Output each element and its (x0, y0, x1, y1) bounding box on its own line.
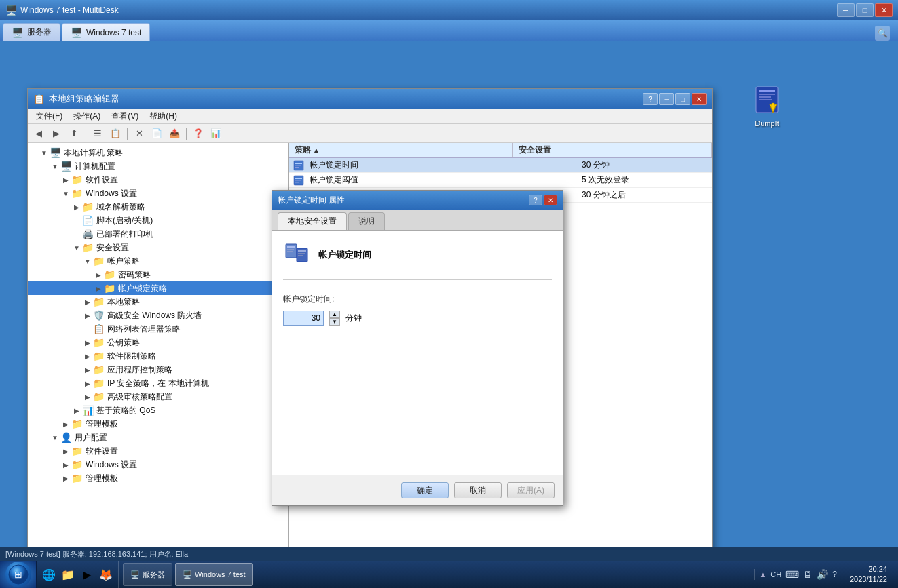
clock-time: 20:24 (850, 564, 887, 574)
apply-button[interactable]: 应用(A) (507, 482, 555, 498)
minimize-button[interactable]: ─ (837, 3, 855, 17)
tab-server-icon: 🖥️ (12, 27, 23, 38)
taskbar-clock[interactable]: 20:24 2023/11/22 (844, 564, 893, 585)
search-icon[interactable]: 🔍 (875, 26, 890, 41)
ql-folder-icon[interactable]: 📁 (60, 566, 76, 583)
tray-icon-arrow[interactable]: ▲ (759, 570, 766, 579)
spinner-down[interactable]: ▼ (329, 318, 340, 326)
status-text: [Windows 7 test] 服务器: 192.168.163.141; 用… (5, 549, 188, 560)
tab-server[interactable]: 🖥️ 服务器 (3, 23, 60, 41)
tab-bar: 🖥️ 服务器 🖥️ Windows 7 test 🔍 (0, 20, 898, 41)
svg-rect-24 (298, 250, 306, 252)
clock-date: 2023/11/22 (850, 574, 887, 585)
spinner: ▲ ▼ (329, 311, 340, 326)
app-title: Windows 7 test - MultiDesk (20, 5, 837, 15)
taskbar-btn-win7test-label: Windows 7 test (195, 570, 246, 579)
svg-rect-21 (287, 249, 294, 250)
dialog-tab-description[interactable]: 说明 (348, 212, 385, 230)
svg-rect-26 (298, 255, 303, 256)
tray-icon-keyboard[interactable]: ⌨ (785, 569, 799, 580)
dialog-policy-header: 帐户锁定时间 (283, 241, 552, 269)
system-tray: ▲ CH ⌨ 🖥 🔊 ? 20:24 2023/11/22 (749, 561, 898, 588)
ql-firefox-icon[interactable]: 🦊 (98, 566, 114, 583)
ql-ie-icon[interactable]: 🌐 (41, 566, 57, 583)
tab-win7test[interactable]: 🖥️ Windows 7 test (62, 23, 150, 41)
main-content: DumpIt 📋 本地组策略编辑器 ? ─ □ ✕ 文件(F) 操作(A) 查看… (0, 41, 898, 561)
tab-win7test-icon: 🖥️ (71, 27, 82, 38)
taskbar: ⊞ 🌐 📁 ▶ 🦊 🖥️ 服务器 🖥️ Windows 7 test (0, 561, 898, 588)
tray-icon-volume[interactable]: 🔊 (817, 569, 828, 580)
cancel-button[interactable]: 取消 (454, 482, 502, 498)
status-bar: [Windows 7 test] 服务器: 192.168.163.141; 用… (0, 547, 898, 561)
dialog-body: 帐户锁定时间 帐户锁定时间: ▲ ▼ 分钟 (272, 231, 563, 475)
dialog-input-label: 帐户锁定时间: (283, 294, 552, 305)
ok-button[interactable]: 确定 (401, 482, 449, 498)
svg-rect-22 (287, 251, 293, 252)
taskbar-btn-win7test[interactable]: 🖥️ Windows 7 test (175, 563, 253, 586)
ql-media-icon[interactable]: ▶ (79, 566, 95, 583)
tab-description-label: 说明 (358, 216, 375, 226)
quick-launch: 🌐 📁 ▶ 🦊 (37, 561, 119, 588)
dialog-input-row: ▲ ▼ 分钟 (283, 311, 552, 326)
dialog-input-area: 帐户锁定时间: ▲ ▼ 分钟 (283, 294, 552, 326)
taskbar-btn-win7test-icon: 🖥️ (183, 570, 192, 579)
desktop: 🖥️ Windows 7 test - MultiDesk ─ □ ✕ 🖥️ 服… (0, 0, 898, 588)
dialog-overlay: 帐户锁定时间 属性 ? ✕ 本地安全设置 说明 (0, 41, 898, 561)
taskbar-btn-server[interactable]: 🖥️ 服务器 (123, 563, 172, 586)
dialog-title: 帐户锁定时间 属性 (278, 195, 527, 206)
dialog-help-button[interactable]: ? (529, 195, 542, 205)
dialog-footer: 确定 取消 应用(A) (272, 475, 563, 505)
tray-icon-network[interactable]: 🖥 (803, 569, 812, 580)
tray-icon-help[interactable]: ? (832, 570, 837, 579)
app-titlebar: 🖥️ Windows 7 test - MultiDesk ─ □ ✕ (0, 0, 898, 20)
lockout-duration-input[interactable] (283, 311, 324, 326)
close-button[interactable]: ✕ (875, 3, 893, 17)
tray-icons: ▲ CH ⌨ 🖥 🔊 ? (754, 569, 840, 580)
svg-rect-25 (298, 253, 305, 254)
start-orb: ⊞ (5, 562, 31, 587)
taskbar-btn-server-icon: 🖥️ (130, 570, 140, 579)
taskbar-buttons: 🖥️ 服务器 🖥️ Windows 7 test (119, 561, 749, 588)
app-title-controls: ─ □ ✕ (837, 3, 893, 17)
tab-search-area: 🔍 (875, 26, 890, 41)
spinner-up[interactable]: ▲ (329, 311, 340, 318)
tab-local-security-label: 本地安全设置 (288, 216, 337, 226)
tab-win7test-label: Windows 7 test (86, 28, 141, 37)
app-icon: 🖥️ (5, 5, 16, 16)
dialog-policy-name: 帐户锁定时间 (318, 249, 371, 261)
dialog-divider (283, 279, 552, 280)
maximize-button[interactable]: □ (856, 3, 874, 17)
dialog-titlebar: 帐户锁定时间 属性 ? ✕ (272, 191, 563, 210)
dialog-tab-local-security[interactable]: 本地安全设置 (278, 212, 347, 230)
svg-text:⊞: ⊞ (14, 569, 22, 580)
tab-server-label: 服务器 (27, 26, 52, 38)
start-button[interactable]: ⊞ (0, 561, 37, 588)
svg-rect-20 (287, 246, 295, 248)
dialog-close-button[interactable]: ✕ (544, 195, 557, 205)
policy-icon (283, 241, 310, 269)
dialog-tabs: 本地安全设置 说明 (272, 210, 563, 231)
tray-icon-ch: CH (770, 570, 781, 579)
dialog-lockout-time: 帐户锁定时间 属性 ? ✕ 本地安全设置 说明 (272, 190, 563, 506)
unit-label: 分钟 (345, 313, 362, 324)
taskbar-btn-server-label: 服务器 (143, 570, 165, 580)
